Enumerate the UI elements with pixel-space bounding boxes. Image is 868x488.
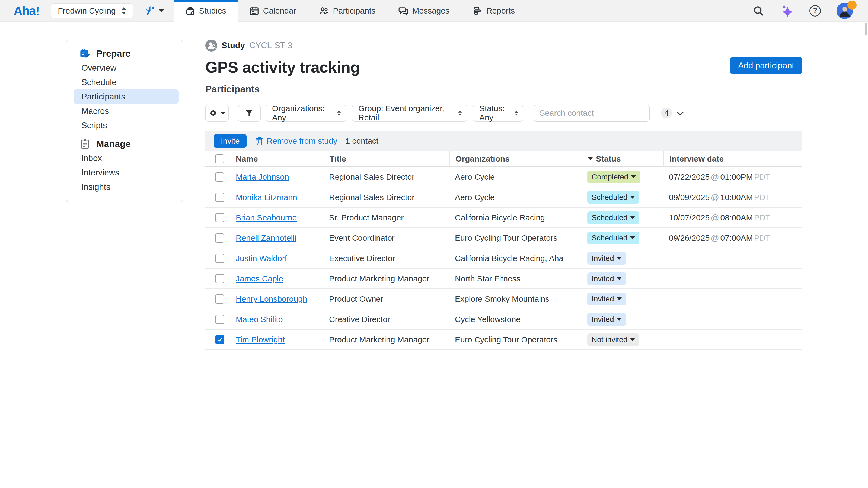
status-badge-label: Invited xyxy=(592,254,614,263)
aha-logo[interactable]: Aha! xyxy=(13,3,39,18)
group-filter-select[interactable]: Group: Event organizer, Retail xyxy=(352,105,467,122)
row-checkbox[interactable] xyxy=(215,213,224,222)
tab-messages[interactable]: Messages xyxy=(387,0,461,22)
row-checkbox[interactable] xyxy=(215,172,224,182)
tab-reports[interactable]: Reports xyxy=(461,0,526,22)
ai-sparkle-icon[interactable] xyxy=(780,4,794,18)
row-checkbox[interactable] xyxy=(215,294,224,304)
quick-nav-menu[interactable] xyxy=(143,5,164,17)
participant-name-link[interactable]: Mateo Shilito xyxy=(236,315,283,324)
status-badge[interactable]: Completed xyxy=(587,171,640,183)
participant-name-link[interactable]: Renell Zannotelli xyxy=(236,233,296,242)
table-row: James Caple Product Marketing Manager No… xyxy=(205,269,802,289)
table-row: Maria Johnson Regional Sales Director Ae… xyxy=(205,167,802,187)
chevron-down-icon[interactable] xyxy=(677,109,683,116)
tab-studies[interactable]: Studies xyxy=(174,0,238,22)
column-header-title[interactable]: Title xyxy=(323,151,450,167)
tab-participants[interactable]: Participants xyxy=(307,0,387,22)
row-checkbox[interactable] xyxy=(215,335,224,344)
participant-organizations: California Bicycle Racing xyxy=(450,213,583,222)
column-header-name[interactable]: Name xyxy=(229,151,323,167)
row-checkbox[interactable] xyxy=(215,274,224,283)
studies-icon xyxy=(185,6,195,16)
table-row: Renell Zannotelli Event Coordinator Euro… xyxy=(205,228,802,248)
participant-name-link[interactable]: Maria Johnson xyxy=(236,172,289,182)
navigation-arrow-icon xyxy=(143,5,156,17)
participant-name-link[interactable]: Brian Seabourne xyxy=(236,213,297,222)
participant-organizations: Aero Cycle xyxy=(450,172,583,182)
workspace-name: Fredwin Cycling xyxy=(58,6,116,15)
participant-name-link[interactable]: Tim Plowright xyxy=(236,335,285,344)
filter-button[interactable] xyxy=(238,105,261,122)
column-header-interview-date[interactable]: Interview date xyxy=(663,151,802,167)
sidebar-item-scripts[interactable]: Scripts xyxy=(73,118,179,133)
tab-calendar[interactable]: Calendar xyxy=(238,0,308,22)
status-badge-label: Not invited xyxy=(592,335,627,344)
nav-tabs: Studies Calendar Participants xyxy=(174,0,526,22)
row-checkbox[interactable] xyxy=(215,254,224,263)
invite-button[interactable]: Invite xyxy=(214,134,247,148)
select-stepper-icon xyxy=(457,109,463,117)
search-contact-input[interactable] xyxy=(533,105,650,122)
status-badge[interactable]: Scheduled xyxy=(587,191,639,204)
row-checkbox[interactable] xyxy=(215,315,224,324)
status-badge-label: Invited xyxy=(592,315,614,324)
status-badge[interactable]: Invited xyxy=(587,252,626,265)
tab-label: Messages xyxy=(412,6,450,15)
organizations-filter-select[interactable]: Organizations: Any xyxy=(266,105,346,122)
workspace-selector[interactable]: Fredwin Cycling xyxy=(51,3,133,19)
settings-dropdown-button[interactable] xyxy=(205,105,229,122)
status-badge-label: Scheduled xyxy=(592,193,627,202)
user-avatar[interactable] xyxy=(837,3,853,19)
remove-from-study-link[interactable]: Remove from study xyxy=(255,136,337,145)
status-filter-select[interactable]: Status: Any xyxy=(473,105,523,122)
sidebar-item-schedule[interactable]: Schedule xyxy=(73,75,179,90)
calendar-icon xyxy=(249,6,259,16)
participant-title: Event Coordinator xyxy=(323,233,450,242)
participant-title: Regional Sales Director xyxy=(323,172,450,182)
trash-icon xyxy=(255,137,264,145)
check-icon xyxy=(216,336,223,343)
search-icon[interactable] xyxy=(752,5,764,17)
participant-name-link[interactable]: Henry Lonsborough xyxy=(236,294,307,303)
messages-icon xyxy=(398,6,408,16)
table-body: Maria Johnson Regional Sales Director Ae… xyxy=(205,167,802,350)
status-badge[interactable]: Invited xyxy=(587,293,626,305)
column-header-organizations[interactable]: Organizations xyxy=(450,151,583,167)
add-participant-button[interactable]: Add participant xyxy=(730,57,802,74)
participant-name-link[interactable]: Justin Waldorf xyxy=(236,254,287,263)
remove-from-study-label: Remove from study xyxy=(267,136,337,145)
nav-right-controls: ? xyxy=(752,3,868,19)
sidebar-item-inbox[interactable]: Inbox xyxy=(73,151,179,165)
tab-label: Calendar xyxy=(263,6,296,15)
scrollbar-thumb[interactable] xyxy=(865,23,867,35)
record-type-label: Study xyxy=(222,41,245,51)
table-row: Brian Seabourne Sr. Product Manager Cali… xyxy=(205,208,802,228)
sidebar-item-participants[interactable]: Participants xyxy=(73,90,179,104)
participant-name-link[interactable]: Monika Litzmann xyxy=(236,193,297,202)
participant-name-link[interactable]: James Caple xyxy=(236,274,283,283)
status-badge[interactable]: Scheduled xyxy=(587,212,639,224)
tab-label: Studies xyxy=(199,6,226,15)
row-checkbox[interactable] xyxy=(215,193,224,202)
participant-organizations: Euro Cycling Tour Operators xyxy=(450,335,583,344)
table-row: Mateo Shilito Creative Director Cycle Ye… xyxy=(205,310,802,330)
column-header-status[interactable]: Status xyxy=(583,151,663,167)
help-icon[interactable]: ? xyxy=(809,5,821,17)
sidebar-item-insights[interactable]: Insights xyxy=(73,180,179,194)
participants-table: Name Title Organizations Status Intervie… xyxy=(205,151,802,350)
sidebar-item-overview[interactable]: Overview xyxy=(73,61,179,75)
count-badge[interactable]: 4 xyxy=(661,108,672,119)
sidebar-item-macros[interactable]: Macros xyxy=(73,104,179,118)
status-badge[interactable]: Invited xyxy=(587,272,626,285)
group-filter-label: Group: Event organizer, Retail xyxy=(358,104,454,122)
top-nav: Aha! Fredwin Cycling Studies xyxy=(0,0,868,22)
status-badge[interactable]: Invited xyxy=(587,313,626,326)
row-checkbox[interactable] xyxy=(215,233,224,242)
sidebar-item-interviews[interactable]: Interviews xyxy=(73,165,179,180)
status-badge[interactable]: Scheduled xyxy=(587,232,639,244)
status-badge[interactable]: Not invited xyxy=(587,333,639,346)
interview-date: 07/22/2025 @ 01:00PM PDT xyxy=(663,172,802,182)
study-avatar-icon xyxy=(205,40,217,52)
select-all-checkbox[interactable] xyxy=(215,154,224,163)
